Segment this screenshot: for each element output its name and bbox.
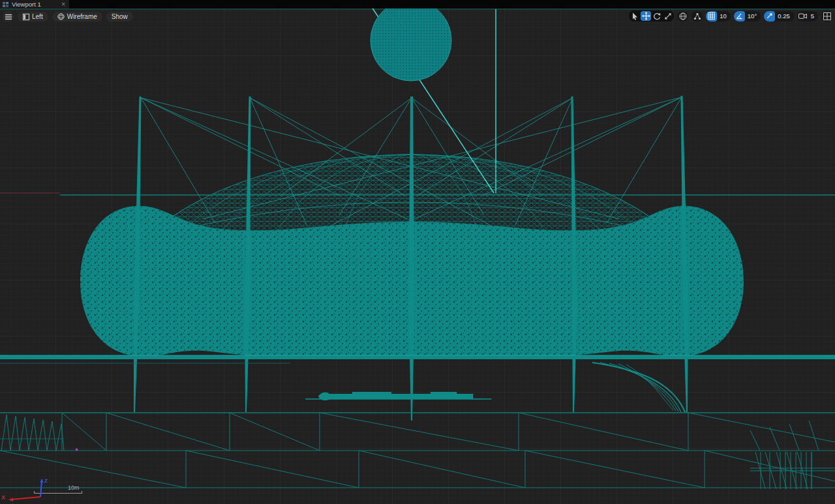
x-axis-label: X — [1, 494, 5, 501]
vertex-marker — [76, 449, 78, 451]
cursor-arrow-icon — [631, 12, 639, 20]
tab-label: Viewport 1 — [12, 1, 41, 8]
render-mode-label: Wireframe — [67, 13, 97, 20]
viewport-layout-button[interactable] — [821, 11, 832, 22]
viewport-options-button[interactable] — [3, 11, 14, 22]
move-icon — [642, 12, 650, 20]
viewport-toolbar-left: Left Wireframe Show — [3, 11, 133, 22]
rotation-snap-value: 10° — [748, 12, 757, 20]
rotate-tool-button[interactable] — [652, 11, 662, 21]
left-view-icon — [23, 14, 29, 20]
camera-icon — [797, 11, 808, 22]
snap-nodes-icon — [693, 12, 701, 20]
select-tool-button[interactable] — [630, 11, 640, 21]
rotate-icon — [653, 12, 661, 20]
grid-snap-value: 10 — [720, 12, 727, 20]
scale-tool-button[interactable] — [663, 11, 673, 21]
wireframe-sphere — [371, 0, 451, 81]
scale-snap-value: 0.25 — [778, 12, 790, 20]
view-mode-button[interactable]: Left — [18, 12, 48, 22]
scale-icon — [664, 12, 672, 20]
angle-snap-icon — [734, 11, 745, 22]
axis-gizmo: Z X — [0, 475, 59, 504]
coordinate-space-button[interactable] — [677, 11, 688, 22]
scale-label: 10m — [68, 484, 80, 491]
scale-snap-control[interactable]: 0.25 — [764, 11, 794, 22]
wireframe-sphere-icon — [57, 13, 65, 20]
globe-icon — [679, 12, 687, 20]
hamburger-menu-icon — [5, 14, 12, 20]
show-button[interactable]: Show — [106, 12, 133, 22]
viewport-window: Viewport 1 × Left Wireframe — [0, 0, 835, 504]
quad-grid-icon — [823, 12, 831, 20]
surface-snapping-button[interactable] — [691, 11, 703, 22]
z-axis-arrow — [40, 479, 44, 482]
grid-snap-control[interactable]: 10 — [706, 11, 731, 22]
scale-snap-icon — [764, 11, 775, 22]
view-mode-label: Left — [32, 13, 43, 20]
close-icon[interactable]: × — [52, 0, 65, 8]
tab-viewport-1[interactable]: Viewport 1 × — [0, 0, 69, 8]
camera-speed-control[interactable]: 5 — [797, 11, 818, 22]
x-axis-arrow — [8, 498, 13, 502]
render-mode-button[interactable]: Wireframe — [52, 12, 102, 22]
tab-bar: Viewport 1 × — [0, 0, 835, 8]
viewport-scene[interactable] — [0, 0, 835, 504]
grid-snap-icon — [706, 11, 717, 22]
transform-tool-group — [629, 10, 674, 22]
viewport-toolbar-right: 10 10° 0.25 — [629, 10, 832, 22]
rotation-snap-control[interactable]: 10° — [734, 11, 761, 22]
camera-speed-value: 5 — [811, 12, 814, 20]
viewport-grid-icon — [3, 2, 8, 7]
z-axis-label: Z — [44, 478, 48, 484]
show-label: Show — [112, 13, 128, 20]
move-tool-button[interactable] — [641, 11, 651, 21]
